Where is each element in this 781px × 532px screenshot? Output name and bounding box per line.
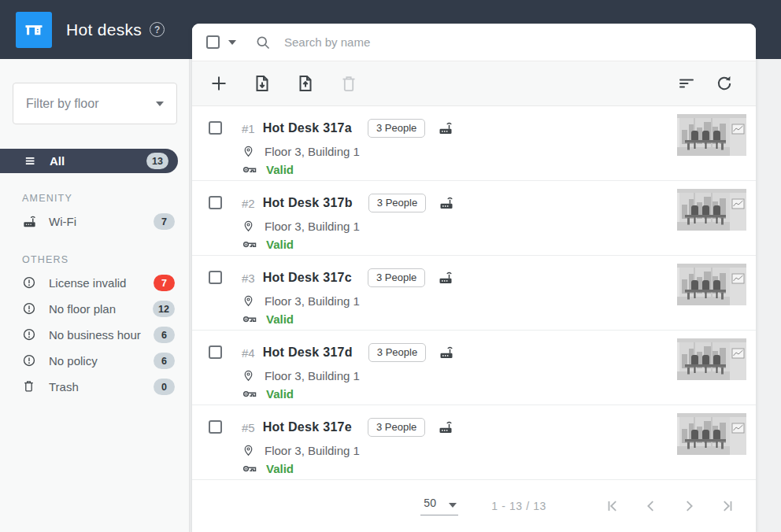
sidebar-item-license-invalid[interactable]: License invalid 7 (0, 270, 189, 296)
count-badge: 13 (146, 153, 168, 169)
capacity-badge: 3 People (368, 343, 426, 362)
desk-row: #4 Hot Desk 317d 3 People (192, 331, 756, 405)
license-status: Valid (266, 462, 294, 475)
sidebar-item-label: Wi-Fi (49, 215, 76, 228)
desk-info: #2 Hot Desk 317b 3 People (242, 194, 454, 255)
desk-name[interactable]: Hot Desk 317d (263, 345, 353, 360)
desk-location: Floor 3, Building 1 (265, 294, 360, 308)
location-pin-icon (242, 219, 256, 233)
room-thumbnail[interactable] (677, 264, 746, 305)
room-thumbnail[interactable] (677, 114, 746, 156)
search-bar (192, 24, 756, 61)
capacity-badge: 3 People (368, 418, 425, 437)
desk-row: #3 Hot Desk 317c 3 People (192, 256, 756, 331)
desk-number: #5 (242, 421, 255, 434)
alert-circle-icon (22, 275, 37, 290)
help-icon[interactable] (150, 22, 165, 37)
desk-name[interactable]: Hot Desk 317c (263, 271, 352, 285)
room-thumbnail[interactable] (677, 413, 746, 455)
alert-circle-icon (22, 301, 37, 316)
alert-circle-icon (22, 353, 37, 368)
page-size-select[interactable]: 50 (420, 497, 458, 515)
sidebar-item-trash[interactable]: Trash 0 (0, 374, 189, 400)
license-key-icon (242, 237, 257, 251)
page-size-value: 50 (424, 497, 436, 509)
sidebar-item-no-floor-plan[interactable]: No floor plan 12 (0, 296, 189, 322)
desk-row: #5 Hot Desk 317e 3 People (192, 405, 756, 480)
app-logo[interactable] (16, 12, 52, 48)
select-all-checkbox[interactable] (206, 35, 220, 49)
sidebar-item-label: License invalid (49, 276, 126, 290)
sidebar-item-wifi[interactable]: Wi-Fi 7 (0, 209, 189, 235)
location-pin-icon (242, 368, 256, 382)
export-file-button[interactable] (296, 74, 315, 93)
pagination: 50 1 - 13 / 13 (192, 480, 756, 532)
alert-circle-icon (22, 327, 37, 342)
desk-info: #1 Hot Desk 317a 3 People (242, 119, 453, 180)
row-checkbox[interactable] (209, 196, 222, 209)
capacity-badge: 3 People (368, 194, 426, 212)
desk-row: #1 Hot Desk 317a 3 People (192, 106, 756, 181)
desk-name[interactable]: Hot Desk 317a (263, 121, 352, 135)
selection-dropdown-icon[interactable] (228, 40, 236, 45)
sidebar-item-label: No policy (49, 354, 98, 368)
desk-location: Floor 3, Building 1 (265, 220, 360, 233)
row-checkbox[interactable] (209, 121, 222, 135)
sidebar-item-no-business-hour[interactable]: No business hour 6 (0, 322, 189, 348)
first-page-button[interactable] (605, 497, 622, 515)
add-desk-button[interactable] (209, 74, 228, 93)
sort-button[interactable] (677, 74, 696, 93)
row-checkbox[interactable] (209, 271, 222, 284)
desk-icon (23, 19, 45, 41)
room-thumbnail[interactable] (677, 189, 746, 231)
room-thumbnail[interactable] (677, 338, 746, 380)
refresh-button[interactable] (715, 74, 734, 93)
sidebar-item-all[interactable]: All 13 (0, 149, 178, 173)
content-panel: #1 Hot Desk 317a 3 People (192, 24, 756, 532)
wifi-router-icon (439, 345, 454, 360)
count-badge: 6 (154, 327, 175, 343)
pagination-nav (584, 497, 735, 515)
desk-row: #2 Hot Desk 317b 3 People (192, 181, 756, 256)
capacity-badge: 3 People (368, 268, 425, 287)
last-page-button[interactable] (718, 497, 735, 515)
desk-name[interactable]: Hot Desk 317b (263, 196, 353, 210)
count-badge: 0 (154, 379, 175, 395)
row-checkbox[interactable] (209, 420, 222, 434)
desk-name[interactable]: Hot Desk 317e (263, 420, 352, 434)
desk-number: #4 (242, 346, 255, 360)
import-file-button[interactable] (253, 74, 272, 93)
search-input[interactable] (284, 35, 742, 49)
license-status: Valid (266, 238, 294, 251)
capacity-badge: 3 People (368, 119, 425, 138)
sidebar-item-label: No floor plan (49, 302, 116, 316)
previous-page-button[interactable] (642, 497, 660, 515)
next-page-button[interactable] (680, 497, 698, 515)
license-key-icon (242, 162, 257, 176)
sidebar-item-no-policy[interactable]: No policy 6 (0, 348, 189, 374)
desk-number: #1 (242, 122, 255, 135)
desk-number: #2 (242, 197, 255, 210)
floor-filter-label: Filter by floor (26, 97, 98, 111)
sidebar-item-label: Trash (49, 380, 79, 393)
desk-number: #3 (242, 272, 255, 285)
row-checkbox[interactable] (209, 345, 222, 359)
location-pin-icon (242, 443, 256, 457)
desk-list: #1 Hot Desk 317a 3 People (192, 106, 756, 480)
license-key-icon (242, 386, 257, 401)
desk-location: Floor 3, Building 1 (265, 444, 360, 457)
desk-location: Floor 3, Building 1 (265, 145, 360, 158)
location-pin-icon (242, 144, 256, 158)
wifi-router-icon (438, 419, 453, 435)
floor-filter-dropdown[interactable]: Filter by floor (13, 83, 177, 124)
desk-info: #5 Hot Desk 317e 3 People (242, 418, 453, 479)
desk-info: #3 Hot Desk 317c 3 People (242, 268, 453, 330)
location-pin-icon (242, 294, 256, 308)
count-badge: 7 (154, 213, 175, 230)
section-heading-others: OTHERS (22, 254, 189, 265)
license-key-icon (242, 461, 257, 475)
sidebar-item-label: No business hour (49, 328, 141, 342)
chevron-down-icon (156, 102, 164, 106)
search-icon (255, 35, 271, 50)
delete-button[interactable] (339, 74, 358, 93)
